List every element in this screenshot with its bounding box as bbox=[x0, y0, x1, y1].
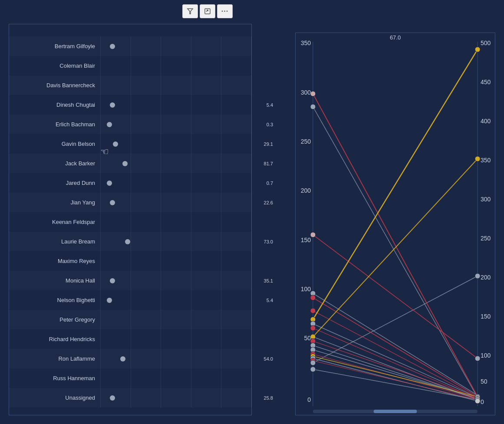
svg-text:0: 0 bbox=[481, 398, 484, 405]
grid-line bbox=[131, 76, 131, 95]
side-value: 25.8 bbox=[264, 395, 273, 401]
grid-line bbox=[221, 115, 221, 134]
row-label: Laurie Bream bbox=[9, 238, 100, 245]
svg-point-48 bbox=[310, 91, 316, 96]
row-label: Jared Dunn bbox=[9, 180, 100, 186]
svg-text:500: 500 bbox=[481, 39, 491, 46]
table-row: Richard Hendricks bbox=[9, 329, 251, 349]
left-filter-button[interactable] bbox=[182, 4, 198, 18]
grid-line bbox=[100, 290, 101, 310]
table-row: Monica Hall35.1 bbox=[9, 271, 251, 290]
grid-line bbox=[221, 349, 221, 368]
grid-line bbox=[100, 173, 101, 193]
row-label: Keenan Feldspar bbox=[9, 219, 100, 225]
row-plot-area: 5.4 bbox=[100, 95, 251, 115]
grid-line bbox=[161, 76, 161, 95]
row-label: Dinesh Chugtai bbox=[9, 102, 100, 108]
grid-line bbox=[221, 36, 221, 56]
row-plot-area: 54.0 bbox=[100, 349, 251, 368]
grid-line bbox=[161, 310, 161, 329]
row-plot-area bbox=[100, 368, 251, 388]
side-value: 0.3 bbox=[267, 122, 273, 127]
grid-line bbox=[221, 290, 221, 310]
row-plot-area: 73.0 bbox=[100, 232, 251, 251]
table-row: Gavin Belson29.1 bbox=[9, 134, 251, 154]
row-plot-area: 81.7 bbox=[100, 154, 251, 173]
row-label: Ron Laflamme bbox=[9, 355, 100, 362]
grid-line bbox=[131, 388, 131, 408]
data-dot bbox=[110, 102, 115, 108]
grid-line bbox=[100, 76, 101, 95]
table-row: Erlich Bachman0.3 bbox=[9, 115, 251, 134]
right-chart: 350 300 250 200 150 100 50 0 500 450 400… bbox=[295, 33, 495, 415]
row-label: Monica Hall bbox=[9, 277, 100, 284]
side-value: 5.4 bbox=[267, 102, 273, 108]
row-plot-area: 5.4 bbox=[100, 290, 251, 310]
row-plot-area: 0.3 bbox=[100, 115, 251, 134]
svg-text:200: 200 bbox=[301, 187, 311, 194]
svg-rect-77 bbox=[374, 410, 417, 413]
left-more-button[interactable]: ··· bbox=[217, 4, 233, 18]
grid-line bbox=[221, 212, 221, 232]
grid-line bbox=[100, 310, 101, 329]
data-dot bbox=[107, 298, 112, 303]
grid-line bbox=[131, 271, 131, 290]
grid-line bbox=[251, 115, 252, 134]
row-plot-area bbox=[100, 36, 251, 56]
side-value: 22.6 bbox=[264, 200, 273, 205]
table-row: Nelson Bighetti5.4 bbox=[9, 290, 251, 310]
grid-line bbox=[251, 290, 252, 310]
left-toolbar: ··· bbox=[182, 4, 233, 18]
row-plot-area bbox=[100, 56, 251, 76]
grid-line bbox=[131, 212, 131, 232]
svg-point-52 bbox=[310, 295, 316, 300]
row-label: Erlich Bachman bbox=[9, 121, 100, 128]
main-container: ··· Bertram GilfoyleColeman BlairDavis B… bbox=[0, 0, 504, 424]
data-dot bbox=[107, 122, 112, 127]
grid-line bbox=[221, 251, 221, 271]
grid-line bbox=[100, 271, 101, 290]
table-row: Maximo Reyes bbox=[9, 251, 251, 271]
row-label: Unassigned bbox=[9, 394, 100, 401]
grid-line bbox=[251, 271, 252, 290]
grid-line bbox=[161, 388, 161, 408]
row-plot-area bbox=[100, 310, 251, 329]
svg-text:300: 300 bbox=[301, 89, 311, 96]
grid-line bbox=[251, 173, 252, 193]
row-plot-area: 25.8 bbox=[100, 388, 251, 408]
grid-line bbox=[100, 212, 101, 232]
svg-point-69 bbox=[475, 273, 480, 279]
left-chart: Bertram GilfoyleColeman BlairDavis Banne… bbox=[9, 24, 252, 415]
side-value: 5.4 bbox=[267, 298, 273, 303]
grid-line bbox=[100, 349, 101, 368]
row-label: Maximo Reyes bbox=[9, 258, 100, 264]
grid-line bbox=[100, 368, 101, 388]
svg-point-70 bbox=[475, 356, 480, 361]
grid-line bbox=[131, 154, 131, 173]
svg-text:250: 250 bbox=[301, 138, 311, 145]
grid-line bbox=[131, 368, 131, 388]
grid-line bbox=[191, 349, 191, 368]
grid-line bbox=[131, 251, 131, 271]
side-value: 81.7 bbox=[264, 161, 273, 166]
grid-line bbox=[100, 154, 101, 173]
svg-text:50: 50 bbox=[304, 335, 311, 342]
svg-line-39 bbox=[313, 298, 478, 397]
svg-text:100: 100 bbox=[481, 352, 491, 359]
grid-line bbox=[191, 56, 191, 76]
grid-line bbox=[221, 388, 221, 408]
left-expand-button[interactable] bbox=[200, 4, 215, 18]
svg-point-75 bbox=[475, 398, 480, 404]
table-row: Russ Hanneman bbox=[9, 368, 251, 388]
svg-point-50 bbox=[310, 232, 316, 237]
grid-line bbox=[191, 310, 191, 329]
grid-line bbox=[191, 212, 191, 232]
grid-line bbox=[100, 232, 101, 251]
row-plot-area: 0.7 bbox=[100, 173, 251, 193]
grid-line bbox=[251, 251, 252, 271]
side-value: 35.1 bbox=[264, 278, 273, 283]
row-label: Jack Barker bbox=[9, 160, 100, 167]
row-plot-area: 29.1 bbox=[100, 134, 251, 154]
row-label: Peter Gregory bbox=[9, 316, 100, 323]
svg-text:150: 150 bbox=[481, 313, 491, 320]
